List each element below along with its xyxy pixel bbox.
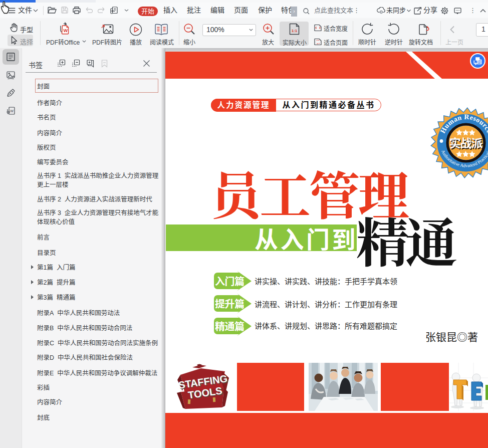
svg-text:提升篇: 提升篇 <box>215 299 245 310</box>
svg-text:实战派: 实战派 <box>449 137 483 150</box>
svg-text:W: W <box>10 109 14 113</box>
svg-text:W: W <box>64 28 68 33</box>
svg-text:精通篇: 精通篇 <box>215 321 245 332</box>
svg-text:入门篇: 入门篇 <box>215 276 245 287</box>
svg-text:1:1: 1:1 <box>292 29 298 33</box>
